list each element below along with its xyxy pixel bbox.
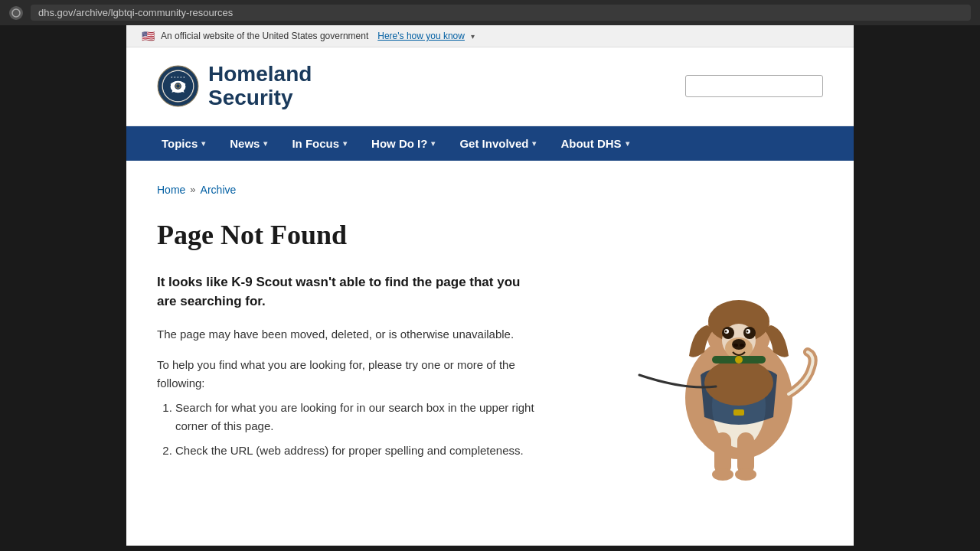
aboutdhs-label: About DHS — [560, 137, 621, 150]
svg-point-21 — [740, 344, 744, 347]
error-text-area: Page Not Found It looks like K-9 Scout w… — [157, 219, 540, 469]
page-not-found-title: Page Not Found — [157, 219, 540, 251]
error-list-item-2: Check the URL (web address) for proper s… — [175, 442, 540, 460]
breadcrumb-archive[interactable]: Archive — [201, 184, 237, 196]
howdoi-label: How Do I? — [371, 137, 427, 150]
error-list-item-1: Search for what you are looking for in o… — [175, 399, 540, 435]
nav-item-howdoi[interactable]: How Do I? ▾ — [359, 126, 447, 161]
svg-point-0 — [12, 9, 20, 17]
us-flag-icon: 🇺🇸 — [142, 30, 155, 42]
site-header: ★ ★ ★ ★ ★ Homeland Security — [126, 47, 854, 126]
svg-rect-34 — [733, 409, 744, 416]
news-chevron-icon: ▾ — [263, 139, 267, 148]
svg-point-27 — [746, 330, 749, 332]
logo-area[interactable]: ★ ★ ★ ★ ★ Homeland Security — [157, 63, 312, 110]
dhs-seal-icon: ★ ★ ★ ★ ★ — [157, 65, 199, 107]
search-input[interactable] — [685, 75, 823, 97]
error-list: Search for what you are looking for in o… — [157, 399, 540, 460]
news-label: News — [230, 137, 260, 150]
aboutdhs-chevron-icon: ▾ — [626, 139, 629, 148]
svg-point-33 — [735, 356, 743, 364]
dog-illustration: CBP — [624, 222, 838, 482]
main-nav: Topics ▾ News ▾ In Focus ▾ How Do I? ▾ G… — [126, 126, 854, 161]
k9-scout-image: CBP — [624, 222, 838, 482]
svg-point-31 — [735, 468, 756, 481]
svg-point-20 — [733, 344, 738, 347]
getinvolved-chevron-icon: ▾ — [532, 139, 536, 148]
url-bar[interactable]: dhs.gov/archive/lgbtqi-community-resourc… — [31, 5, 971, 21]
site-content: 🇺🇸 An official website of the United Sta… — [126, 25, 854, 546]
how-you-know-link[interactable]: Here's how you know — [377, 31, 465, 41]
breadcrumb-separator: » — [190, 184, 195, 195]
error-subtitle: It looks like K-9 Scout wasn't able to f… — [157, 272, 540, 311]
infocus-label: In Focus — [292, 137, 339, 150]
site-wrapper: 🇺🇸 An official website of the United Sta… — [0, 25, 980, 546]
nav-item-news[interactable]: News ▾ — [217, 126, 279, 161]
nav-item-aboutdhs[interactable]: About DHS ▾ — [548, 126, 641, 161]
error-help-section: To help you find what you are looking fo… — [157, 356, 540, 460]
error-body-2: To help you find what you are looking fo… — [157, 356, 540, 393]
nav-item-infocus[interactable]: In Focus ▾ — [279, 126, 359, 161]
nav-item-getinvolved[interactable]: Get Involved ▾ — [447, 126, 548, 161]
browser-chrome: dhs.gov/archive/lgbtqi-community-resourc… — [0, 0, 980, 25]
svg-point-14 — [704, 360, 773, 406]
browser-tab-icon — [9, 6, 23, 20]
svg-rect-29 — [737, 432, 754, 474]
topics-chevron-icon: ▾ — [201, 139, 205, 148]
getinvolved-label: Get Involved — [459, 137, 528, 150]
svg-point-26 — [725, 330, 727, 332]
breadcrumb: Home » Archive — [157, 184, 823, 196]
gov-banner: 🇺🇸 An official website of the United Sta… — [126, 25, 854, 47]
svg-point-9 — [176, 85, 179, 88]
nav-item-topics[interactable]: Topics ▾ — [149, 126, 217, 161]
main-content: Home » Archive Page Not Found It looks l… — [126, 161, 854, 543]
gov-banner-text: An official website of the United States… — [161, 31, 368, 41]
error-body-1: The page may have been moved, deleted, o… — [157, 325, 540, 344]
topics-label: Topics — [162, 137, 198, 150]
breadcrumb-home[interactable]: Home — [157, 184, 185, 196]
chevron-down-icon: ▾ — [471, 32, 475, 41]
site-title: Homeland Security — [208, 63, 312, 110]
howdoi-chevron-icon: ▾ — [431, 139, 435, 148]
svg-rect-28 — [714, 432, 731, 474]
svg-point-30 — [712, 468, 733, 481]
infocus-chevron-icon: ▾ — [343, 139, 347, 148]
svg-text:★ ★ ★ ★ ★: ★ ★ ★ ★ ★ — [171, 76, 185, 79]
